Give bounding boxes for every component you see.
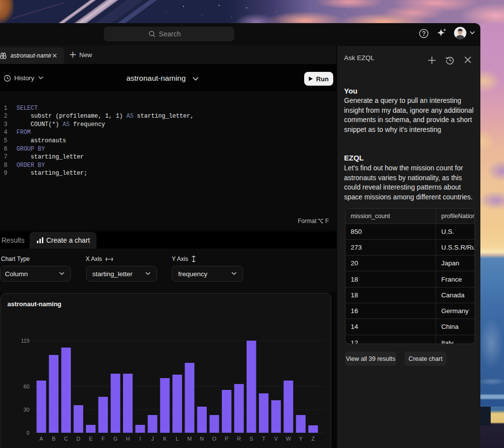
- svg-text:J: J: [151, 436, 154, 442]
- svg-text:G: G: [113, 436, 118, 442]
- svg-text:H: H: [126, 436, 130, 442]
- svg-text:F: F: [101, 436, 105, 442]
- svg-text:30: 30: [24, 407, 30, 413]
- svg-text:C: C: [64, 436, 68, 442]
- svg-text:I: I: [139, 436, 141, 442]
- svg-text:L: L: [176, 436, 179, 442]
- svg-text:R: R: [237, 436, 241, 442]
- svg-text:V: V: [274, 436, 278, 442]
- svg-text:Y: Y: [299, 436, 303, 442]
- svg-text:P: P: [225, 436, 228, 442]
- svg-text:S: S: [250, 436, 253, 442]
- svg-text:M: M: [188, 436, 192, 442]
- svg-text:119: 119: [21, 338, 30, 344]
- svg-text:O: O: [212, 436, 217, 442]
- svg-text:0: 0: [27, 430, 30, 436]
- svg-text:60: 60: [24, 384, 30, 389]
- svg-text:D: D: [76, 436, 80, 442]
- svg-text:W: W: [286, 436, 291, 442]
- svg-text:A: A: [39, 436, 43, 442]
- svg-text:Z: Z: [312, 436, 315, 442]
- svg-text:N: N: [200, 436, 204, 442]
- svg-text:T: T: [262, 436, 265, 442]
- svg-text:B: B: [52, 436, 55, 442]
- svg-text:K: K: [163, 436, 167, 442]
- svg-text:E: E: [89, 436, 93, 442]
